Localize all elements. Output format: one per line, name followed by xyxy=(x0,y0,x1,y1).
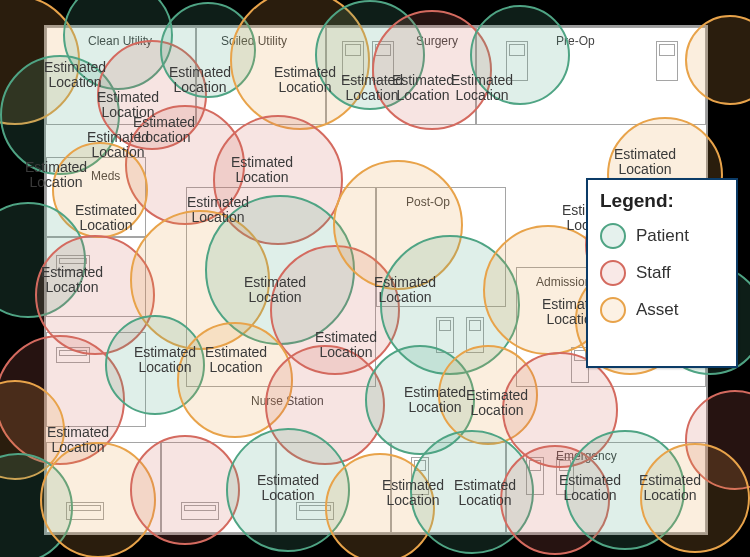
room-label-post-op: Post-Op xyxy=(406,195,450,209)
legend-row-staff: Staff xyxy=(600,260,724,286)
room-left-2 xyxy=(46,237,146,317)
room-label-pre-op: Pre-Op xyxy=(556,34,595,48)
legend-label-patient: Patient xyxy=(636,226,689,246)
legend-row-asset: Asset xyxy=(600,297,724,323)
bed-icon xyxy=(411,457,429,495)
asset-swatch-icon xyxy=(600,297,626,323)
bed-icon xyxy=(296,502,334,520)
room-label-clean-utility: Clean Utility xyxy=(88,34,152,48)
legend-panel: Legend: Patient Staff Asset xyxy=(586,178,738,368)
legend-title: Legend: xyxy=(600,190,724,212)
nurse-station-area xyxy=(186,187,376,387)
bed-icon xyxy=(526,457,544,495)
room-label-nurse-station: Nurse Station xyxy=(251,394,324,408)
bed-icon xyxy=(56,255,90,271)
legend-label-staff: Staff xyxy=(636,263,671,283)
bed-icon xyxy=(466,317,484,353)
legend-label-asset: Asset xyxy=(636,300,679,320)
room-label-meds: Meds xyxy=(91,169,120,183)
bed-icon xyxy=(181,502,219,520)
patient-swatch-icon xyxy=(600,223,626,249)
room-bottom-4 xyxy=(391,442,506,533)
room-label-surgery: Surgery xyxy=(416,34,458,48)
bed-icon xyxy=(372,41,394,81)
room-label-emergency: Emergency xyxy=(556,449,617,463)
room-label-soiled-utility: Soiled Utility xyxy=(221,34,287,48)
bed-icon xyxy=(66,502,104,520)
bed-icon xyxy=(656,41,678,81)
legend-row-patient: Patient xyxy=(600,223,724,249)
bed-icon xyxy=(342,41,364,81)
bed-icon xyxy=(506,41,528,81)
bed-icon xyxy=(436,317,454,353)
staff-swatch-icon xyxy=(600,260,626,286)
bed-icon xyxy=(56,347,90,363)
